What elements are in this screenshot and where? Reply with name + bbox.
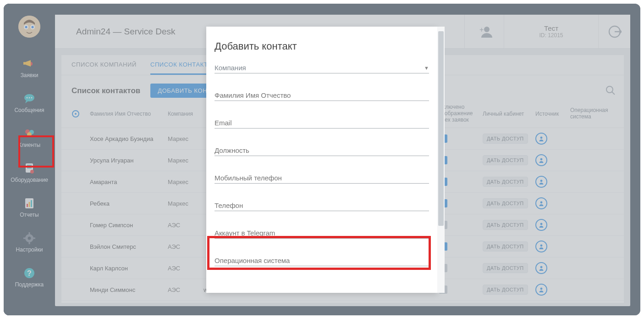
telegram-field[interactable] [215,228,429,239]
scrollbar-thumb[interactable] [438,31,444,226]
modal-scrollbar[interactable] [437,27,445,293]
modal: Добавить контакт Компания ▼ [206,27,445,293]
fio-field[interactable] [215,90,429,101]
modal-title: Добавить контакт [215,40,429,52]
position-field[interactable] [215,145,429,156]
field-company[interactable]: Компания ▼ [215,62,429,76]
os-field[interactable] [215,255,429,266]
email-field[interactable] [215,118,429,129]
phone-field[interactable] [215,200,429,211]
company-select-label: Компания [215,64,246,72]
mobile-field[interactable] [215,173,429,184]
chevron-down-icon: ▼ [424,65,429,71]
